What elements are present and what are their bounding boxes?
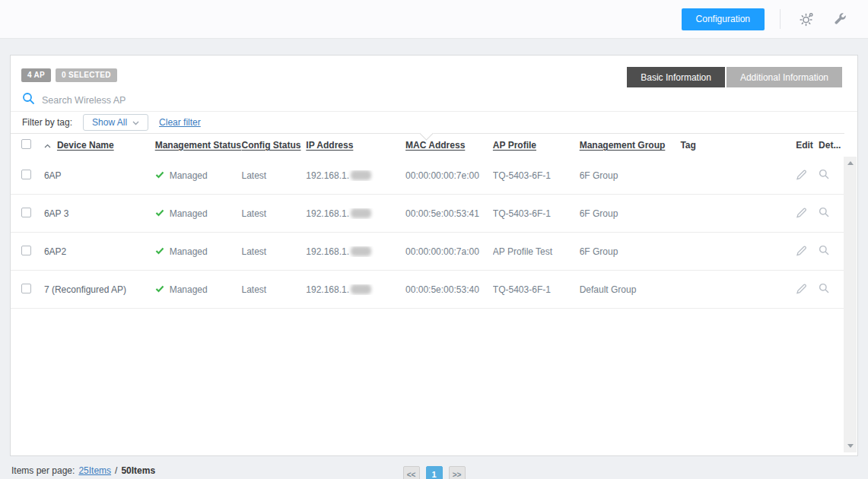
details-button[interactable]: [819, 283, 829, 293]
managed-check-icon: [155, 246, 164, 257]
management-status-cell: Managed: [170, 208, 208, 219]
items-per-page-50[interactable]: 50Items: [121, 465, 155, 476]
settings-button[interactable]: [800, 12, 814, 27]
configuration-button[interactable]: Configuration: [682, 8, 765, 30]
selected-count-badge: 0 SELECTED: [56, 68, 117, 82]
magnifier-icon: [819, 284, 829, 296]
ip-address-cell: 192.168.1.: [306, 208, 405, 219]
redacted-ip-blur: [351, 170, 371, 180]
ap-profile-cell: AP Profile Test: [493, 246, 580, 257]
magnifier-icon: [819, 246, 829, 258]
mac-address-cell: 00:00:00:00:7e:00: [405, 170, 493, 181]
prev-page-button[interactable]: <<: [403, 466, 420, 479]
tab-additional-information[interactable]: Additional Information: [727, 67, 842, 87]
col-device-name[interactable]: Device Name: [57, 140, 114, 151]
management-group-cell: 6F Group: [580, 170, 681, 181]
items-per-page-25-link[interactable]: 25Items: [78, 465, 111, 476]
select-all-checkbox[interactable]: [21, 139, 31, 149]
row-checkbox[interactable]: [21, 208, 31, 217]
ap-list-panel: 4 AP 0 SELECTED Basic Information Additi…: [10, 55, 858, 456]
filter-by-tag-label: Filter by tag:: [22, 117, 72, 128]
management-group-cell: Default Group: [580, 284, 681, 295]
sort-asc-icon[interactable]: [44, 140, 51, 151]
filter-row: Filter by tag: Show All Clear filter: [11, 112, 857, 133]
ap-profile-cell: TQ-5403-6F-1: [493, 170, 580, 181]
managed-check-icon: [155, 284, 164, 295]
ap-profile-cell: TQ-5403-6F-1: [493, 208, 580, 219]
management-status-cell: Managed: [170, 170, 208, 181]
scroll-up-icon[interactable]: [847, 161, 854, 165]
pager: << 1 >>: [403, 466, 466, 479]
info-tabs: Basic Information Additional Information: [627, 67, 842, 87]
table-row: 6AP Managed Latest 192.168.1. 00:00:00:0…: [11, 157, 844, 195]
pencil-icon: [796, 285, 807, 297]
management-group-cell: 6F Group: [580, 208, 681, 219]
management-status-cell: Managed: [170, 246, 208, 257]
details-button[interactable]: [819, 245, 829, 255]
col-edit: Edit: [796, 140, 819, 151]
pencil-icon: [796, 209, 807, 220]
items-per-page-separator: /: [115, 465, 117, 476]
mac-address-cell: 00:00:00:00:7a:00: [405, 246, 493, 257]
row-checkbox[interactable]: [21, 246, 31, 255]
details-button[interactable]: [819, 169, 829, 179]
pagination-bar: Items per page: 25Items / 50Items << 1 >…: [10, 462, 858, 479]
tab-basic-information[interactable]: Basic Information: [627, 67, 725, 87]
ap-count-badge: 4 AP: [21, 68, 51, 82]
col-config-status[interactable]: Config Status: [241, 140, 306, 151]
col-ip-address[interactable]: IP Address: [306, 140, 405, 151]
management-group-cell: 6F Group: [580, 246, 681, 257]
next-page-button[interactable]: >>: [449, 466, 466, 479]
config-status-cell: Latest: [241, 246, 306, 257]
items-per-page: Items per page: 25Items / 50Items: [11, 465, 155, 476]
items-per-page-label: Items per page:: [11, 465, 75, 476]
magnifier-icon: [819, 170, 829, 182]
pencil-icon: [796, 247, 807, 259]
search-bar: [11, 89, 857, 112]
badges: 4 AP 0 SELECTED: [21, 68, 117, 82]
current-page-button[interactable]: 1: [426, 466, 443, 479]
tag-filter-dropdown[interactable]: Show All: [83, 114, 148, 131]
col-tag: Tag: [680, 140, 796, 151]
device-name-cell: 7 (Reconfigured AP): [44, 284, 155, 295]
col-management-status[interactable]: Management Status: [155, 140, 242, 151]
search-input[interactable]: [42, 95, 270, 106]
row-checkbox[interactable]: [21, 170, 31, 179]
clear-filter-link[interactable]: Clear filter: [159, 117, 201, 128]
mac-address-cell: 00:00:5e:00:53:40: [405, 284, 493, 295]
redacted-ip-blur: [351, 208, 371, 218]
edit-button[interactable]: [796, 283, 807, 294]
col-management-group[interactable]: Management Group: [580, 140, 681, 151]
device-name-cell: 6AP: [44, 170, 155, 181]
table-row: 7 (Reconfigured AP) Managed Latest 192.1…: [11, 271, 844, 309]
edit-button[interactable]: [796, 169, 807, 180]
ip-address-cell: 192.168.1.: [306, 170, 405, 181]
managed-check-icon: [155, 208, 164, 219]
col-details: Det...: [819, 140, 844, 151]
details-button[interactable]: [819, 207, 829, 217]
scroll-down-icon[interactable]: [847, 444, 854, 448]
mac-address-cell: 00:00:5e:00:53:41: [405, 208, 493, 219]
redacted-ip-blur: [351, 284, 371, 294]
config-status-cell: Latest: [241, 170, 306, 181]
tools-button[interactable]: [834, 13, 847, 26]
config-status-cell: Latest: [241, 208, 306, 219]
col-ap-profile[interactable]: AP Profile: [493, 140, 580, 151]
redacted-ip-blur: [351, 246, 371, 256]
table-row: 6AP2 Managed Latest 192.168.1. 00:00:00:…: [11, 233, 844, 271]
ap-profile-cell: TQ-5403-6F-1: [493, 284, 580, 295]
search-icon: [22, 92, 42, 108]
row-checkbox[interactable]: [21, 284, 31, 293]
device-name-cell: 6AP 3: [44, 208, 155, 219]
managed-check-icon: [155, 170, 164, 181]
topbar: Configuration: [0, 0, 868, 39]
ip-address-cell: 192.168.1.: [306, 246, 405, 257]
device-name-cell: 6AP2: [44, 246, 155, 257]
gear-icon: [800, 17, 814, 29]
col-mac-address[interactable]: MAC Address: [405, 140, 493, 151]
table-scrollbar[interactable]: [844, 157, 857, 452]
tag-filter-value: Show All: [92, 117, 127, 128]
edit-button[interactable]: [796, 245, 807, 256]
edit-button[interactable]: [796, 207, 807, 218]
magnifier-icon: [819, 208, 829, 220]
